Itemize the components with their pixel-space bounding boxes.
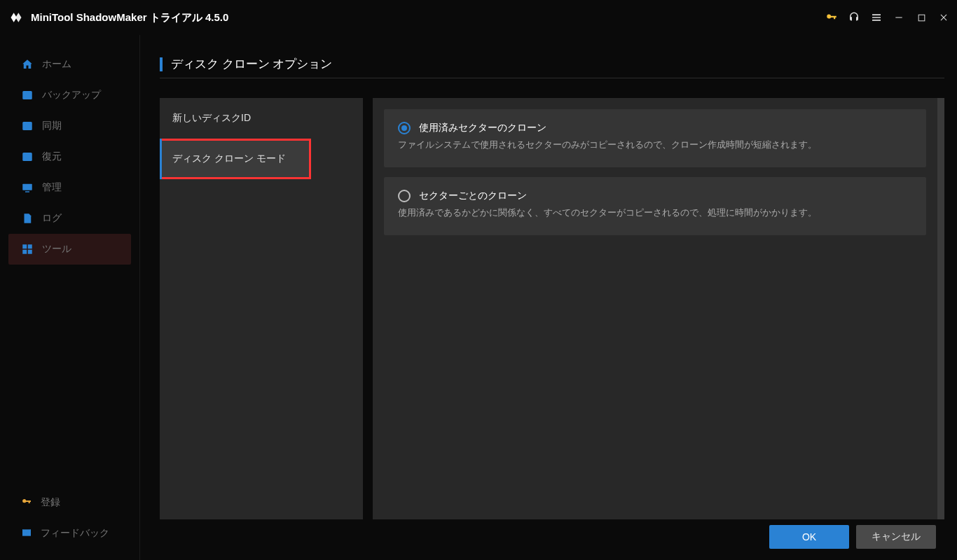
backup-icon bbox=[21, 89, 34, 102]
radio-icon[interactable] bbox=[398, 122, 411, 134]
page-header-accent bbox=[160, 57, 163, 71]
ok-button-label: OK bbox=[802, 531, 816, 542]
sidebar-item-home[interactable]: ホーム bbox=[8, 49, 131, 80]
page-title: ディスク クローン オプション bbox=[171, 56, 332, 72]
sidebar-item-label: 同期 bbox=[42, 120, 62, 132]
home-icon bbox=[21, 58, 34, 71]
manage-icon bbox=[21, 181, 34, 194]
page-divider bbox=[160, 78, 944, 78]
restore-icon bbox=[21, 150, 34, 163]
radio-icon[interactable] bbox=[398, 190, 411, 202]
sidebar-item-restore[interactable]: 復元 bbox=[8, 141, 131, 172]
option-sector-by-sector-clone[interactable]: セクターごとのクローン 使用済みであるかどかに関係なく、すべてのセクターがコピー… bbox=[384, 177, 926, 235]
feedback-mail-icon bbox=[21, 527, 32, 540]
svg-rect-1 bbox=[918, 15, 925, 21]
option-panel: 使用済みセクターのクローン ファイルシステムで使用されるセクターのみがコピーされ… bbox=[373, 98, 937, 519]
page-header: ディスク クローン オプション bbox=[160, 56, 944, 72]
svg-rect-3 bbox=[22, 122, 32, 130]
key-icon[interactable] bbox=[825, 11, 838, 24]
sidebar-feedback[interactable]: フィードバック bbox=[0, 518, 139, 549]
sidebar-bottom-label: 登録 bbox=[41, 496, 60, 509]
sync-icon bbox=[21, 120, 34, 132]
svg-rect-5 bbox=[22, 184, 32, 190]
close-icon[interactable] bbox=[937, 11, 950, 24]
sidebar-item-label: バックアップ bbox=[42, 89, 101, 102]
svg-rect-10 bbox=[28, 250, 32, 254]
option-used-sector-clone[interactable]: 使用済みセクターのクローン ファイルシステムで使用されるセクターのみがコピーされ… bbox=[384, 109, 926, 167]
app-title: MiniTool ShadowMaker トライアル 4.5.0 bbox=[31, 11, 228, 24]
option-head: セクターごとのクローン bbox=[398, 190, 912, 202]
option-category-clone-mode[interactable]: ディスク クローン モード bbox=[160, 139, 311, 179]
sidebar-item-label: 管理 bbox=[42, 181, 62, 194]
sidebar-bottom-label: フィードバック bbox=[41, 527, 109, 540]
svg-rect-9 bbox=[22, 250, 27, 254]
sidebar-item-sync[interactable]: 同期 bbox=[8, 111, 131, 141]
sidebar-item-tools[interactable]: ツール bbox=[8, 234, 131, 265]
panels: 新しいディスクID ディスク クローン モード 使用済みセクターのクロ bbox=[160, 98, 944, 515]
sidebar-bottom: 登録 フィードバック bbox=[0, 487, 139, 560]
headset-icon[interactable] bbox=[848, 11, 860, 24]
option-panel-wrap: 使用済みセクターのクローン ファイルシステムで使用されるセクターのみがコピーされ… bbox=[373, 98, 944, 515]
titlebar: MiniTool ShadowMaker トライアル 4.5.0 bbox=[0, 0, 957, 35]
option-category-label: ディスク クローン モード bbox=[172, 153, 286, 165]
option-category-list: 新しいディスクID ディスク クローン モード bbox=[160, 98, 363, 519]
sidebar-item-manage[interactable]: 管理 bbox=[8, 172, 131, 203]
register-key-icon bbox=[21, 496, 32, 510]
sidebar-item-logs[interactable]: ログ bbox=[8, 203, 131, 234]
sidebar-item-backup[interactable]: バックアップ bbox=[8, 80, 131, 111]
app-logo-icon bbox=[8, 10, 24, 25]
content: ディスク クローン オプション 新しいディスクID ディスク クローン モード bbox=[140, 35, 957, 560]
sidebar: ホーム バックアップ 同期 復元 bbox=[0, 35, 140, 560]
cancel-button-label: キャンセル bbox=[872, 531, 921, 543]
titlebar-left: MiniTool ShadowMaker トライアル 4.5.0 bbox=[8, 10, 228, 25]
svg-rect-8 bbox=[28, 244, 32, 248]
titlebar-right bbox=[825, 11, 950, 24]
menu-icon[interactable] bbox=[870, 11, 883, 24]
option-description: 使用済みであるかどかに関係なく、すべてのセクターがコピーされるので、処理に時間が… bbox=[398, 206, 912, 220]
option-category-new-disk-id[interactable]: 新しいディスクID bbox=[160, 98, 363, 139]
sidebar-item-label: ホーム bbox=[42, 58, 71, 71]
option-description: ファイルシステムで使用されるセクターのみがコピーされるので、クローン作成時間が短… bbox=[398, 139, 912, 152]
ok-button[interactable]: OK bbox=[769, 525, 849, 549]
svg-rect-6 bbox=[25, 191, 29, 192]
footer: OK キャンセル bbox=[160, 515, 944, 553]
nav-list: ホーム バックアップ 同期 復元 bbox=[0, 49, 139, 487]
svg-rect-7 bbox=[22, 244, 27, 248]
log-icon bbox=[21, 212, 34, 225]
main-area: ホーム バックアップ 同期 復元 bbox=[0, 35, 957, 560]
sidebar-item-label: ツール bbox=[42, 243, 71, 255]
tools-icon bbox=[21, 243, 34, 255]
scrollbar-track[interactable] bbox=[937, 98, 944, 519]
cancel-button[interactable]: キャンセル bbox=[856, 525, 936, 549]
sidebar-item-label: 復元 bbox=[42, 150, 62, 163]
option-title: セクターごとのクローン bbox=[419, 190, 527, 202]
sidebar-register[interactable]: 登録 bbox=[0, 487, 139, 518]
option-title: 使用済みセクターのクローン bbox=[419, 122, 546, 134]
category-accent bbox=[160, 139, 162, 179]
option-category-label: 新しいディスクID bbox=[172, 112, 251, 125]
radio-inner-icon bbox=[401, 125, 407, 131]
minimize-icon[interactable] bbox=[893, 11, 905, 24]
maximize-icon[interactable] bbox=[915, 11, 928, 24]
sidebar-item-label: ログ bbox=[42, 212, 62, 225]
option-head: 使用済みセクターのクローン bbox=[398, 122, 912, 134]
